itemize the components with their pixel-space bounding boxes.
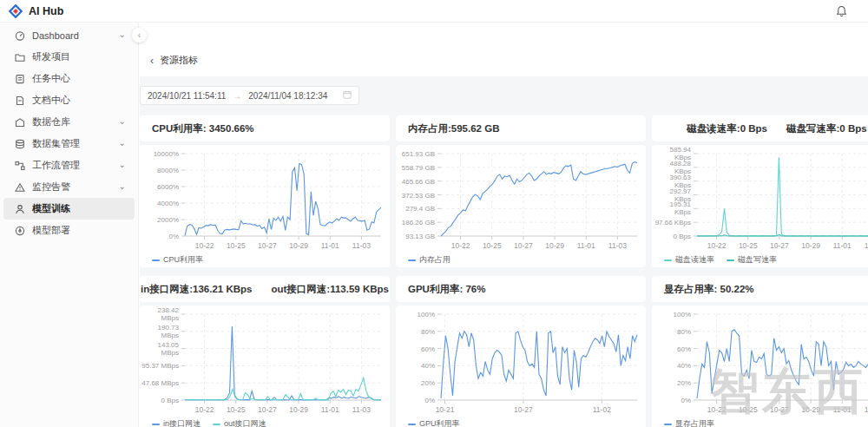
- sidebar-item-4[interactable]: 数据仓库⌄: [3, 111, 135, 133]
- page-title: 资源指标: [160, 54, 198, 67]
- sidebar-item-label: 研发项目: [32, 50, 126, 63]
- disk-chart: 0 Bps97.66 KBps195.31 KBps292.97 KBps390…: [652, 145, 868, 267]
- legend-dash-icon: [408, 259, 416, 261]
- metric-value: 磁盘写速率:0 Bps: [786, 122, 867, 135]
- legend-item[interactable]: CPU利用率: [152, 254, 203, 266]
- sidebar-item-label: 模型训练: [32, 202, 126, 215]
- legend-item[interactable]: 显存占用率: [664, 418, 714, 427]
- date-range-picker[interactable]: 2024/10/21 11:54:11 → 2024/11/04 18:12:3…: [140, 86, 359, 105]
- sidebar-item-label: Dashboard: [32, 30, 112, 41]
- card-title: CPU利用率: 3450.66%: [140, 115, 390, 141]
- metric-value: 内存占用:595.62 GB: [408, 122, 499, 135]
- sidebar-item-0[interactable]: Dashboard⌄: [3, 24, 135, 46]
- legend-dash-icon: [727, 259, 734, 261]
- legend-label: in接口网速: [163, 418, 201, 427]
- legend-label: 磁盘读速率: [675, 254, 714, 266]
- legend-item[interactable]: 磁盘读速率: [664, 254, 714, 266]
- sidebar-item-label: 监控告警: [32, 181, 112, 194]
- card-memory: 内存占用:595.62 GB 93.13 GB186.26 GB279.4 GB…: [396, 115, 646, 267]
- legend-label: 磁盘写速率: [738, 254, 777, 266]
- date-start[interactable]: 2024/10/21 11:54:11: [148, 91, 226, 101]
- sidebar-item-label: 数据仓库: [32, 115, 112, 128]
- dashboard-icon: [15, 30, 25, 41]
- date-arrow: →: [233, 91, 241, 101]
- chart-plot: [652, 145, 868, 267]
- legend-dash-icon: [213, 424, 220, 425]
- legend-dash-icon: [152, 424, 160, 425]
- sidebar-item-1[interactable]: 研发项目: [3, 46, 135, 68]
- card-cpu: CPU利用率: 3450.66% 0%2000%4000%6000%8000%1…: [140, 115, 390, 267]
- chevron-down-icon[interactable]: ⌄: [119, 139, 126, 148]
- app-logo: AI Hub: [9, 4, 63, 18]
- sidebar-collapse-button[interactable]: ‹: [132, 28, 147, 43]
- chart-legend: 磁盘读速率磁盘写速率: [664, 254, 777, 266]
- chevron-down-icon[interactable]: ⌄: [119, 182, 126, 191]
- legend-label: 显存占用率: [675, 418, 714, 427]
- task-icon: [15, 74, 25, 84]
- chart-plot: [396, 305, 646, 427]
- metric-value: 磁盘读速率:0 Bps: [687, 122, 767, 135]
- legend-dash-icon: [152, 259, 160, 261]
- gpu-chart: 0%20%40%60%80%100%10-2110-2711-02GPU利用率: [396, 305, 646, 427]
- chevron-down-icon[interactable]: ⌄: [119, 117, 126, 126]
- card-vram: 显存占用率: 50.22% 0%20%40%60%80%100%10-2210-…: [652, 276, 868, 427]
- sidebar-item-9[interactable]: 模型部署: [3, 220, 135, 241]
- chart-plot: [140, 305, 390, 427]
- sidebar-item-6[interactable]: 工作流管理⌄: [3, 154, 135, 176]
- folder-icon: [15, 52, 25, 62]
- card-title: 磁盘读速率:0 Bps 磁盘写速率:0 Bps: [652, 115, 868, 141]
- breadcrumb: ‹ 资源指标: [150, 54, 198, 67]
- chevron-down-icon[interactable]: ⌄: [119, 161, 126, 169]
- back-chevron-icon[interactable]: ‹: [150, 55, 154, 67]
- sidebar-item-2[interactable]: 任务中心: [3, 68, 135, 89]
- metric-value: in接口网速:136.21 KBps: [141, 283, 252, 296]
- chart-plot: [652, 305, 868, 427]
- legend-item[interactable]: in接口网速: [152, 418, 201, 427]
- series-line: [185, 326, 381, 400]
- legend-item[interactable]: 磁盘写速率: [727, 254, 777, 266]
- legend-item[interactable]: GPU利用率: [408, 418, 460, 427]
- calendar-icon[interactable]: [343, 90, 352, 101]
- sidebar-item-label: 工作流管理: [32, 159, 112, 172]
- legend-item[interactable]: 内存占用: [408, 254, 450, 266]
- chart-legend: 内存占用: [408, 254, 450, 266]
- legend-item[interactable]: out接口网速: [213, 418, 266, 427]
- legend-label: CPU利用率: [163, 254, 203, 266]
- series-line: [185, 163, 381, 235]
- training-icon: [15, 204, 25, 214]
- chart-plot: [396, 145, 646, 267]
- memory-chart: 93.13 GB186.26 GB279.4 GB372.53 GB465.66…: [396, 145, 646, 267]
- notification-bell-icon[interactable]: [836, 5, 847, 17]
- chart-legend: 显存占用率: [664, 418, 714, 427]
- chart-legend: CPU利用率: [152, 254, 203, 266]
- series-line: [441, 332, 637, 398]
- series-line: [441, 162, 637, 236]
- card-title: in接口网速:136.21 KBps out接口网速:113.59 KBps: [140, 276, 390, 302]
- sidebar-item-8[interactable]: 模型训练: [3, 198, 135, 220]
- network-chart: 0 Bps47.68 MBps95.37 MBps143.05 MBps190.…: [140, 305, 390, 427]
- legend-dash-icon: [664, 424, 672, 425]
- warehouse-icon: [15, 117, 25, 128]
- chevron-down-icon[interactable]: ⌄: [119, 30, 126, 39]
- cpu-chart: 0%2000%4000%6000%8000%10000%10-2210-2510…: [140, 145, 390, 267]
- legend-dash-icon: [664, 259, 672, 261]
- deploy-icon: [15, 226, 25, 236]
- sidebar-item-5[interactable]: 数据集管理⌄: [3, 133, 135, 154]
- logo-icon: [9, 4, 23, 18]
- sidebar-item-label: 文档中心: [32, 94, 126, 107]
- metric-value: 显存占用率: 50.22%: [664, 283, 754, 296]
- chart-plot: [140, 145, 390, 267]
- legend-label: 内存占用: [419, 254, 450, 266]
- chart-legend: GPU利用率: [408, 418, 460, 427]
- legend-label: out接口网速: [224, 418, 266, 427]
- card-title: GPU利用率: 76%: [396, 276, 646, 302]
- legend-label: GPU利用率: [419, 418, 460, 427]
- doc-icon: [15, 95, 25, 106]
- sidebar-item-7[interactable]: 监控告警⌄: [3, 176, 135, 198]
- date-end[interactable]: 2024/11/04 18:12:34: [248, 91, 327, 101]
- dataset-icon: [15, 139, 25, 149]
- sidebar-item-3[interactable]: 文档中心: [3, 89, 135, 111]
- card-network: in接口网速:136.21 KBps out接口网速:113.59 KBps 0…: [140, 276, 390, 427]
- sidebar-item-label: 任务中心: [32, 72, 126, 85]
- sidebar-item-label: 数据集管理: [32, 137, 112, 150]
